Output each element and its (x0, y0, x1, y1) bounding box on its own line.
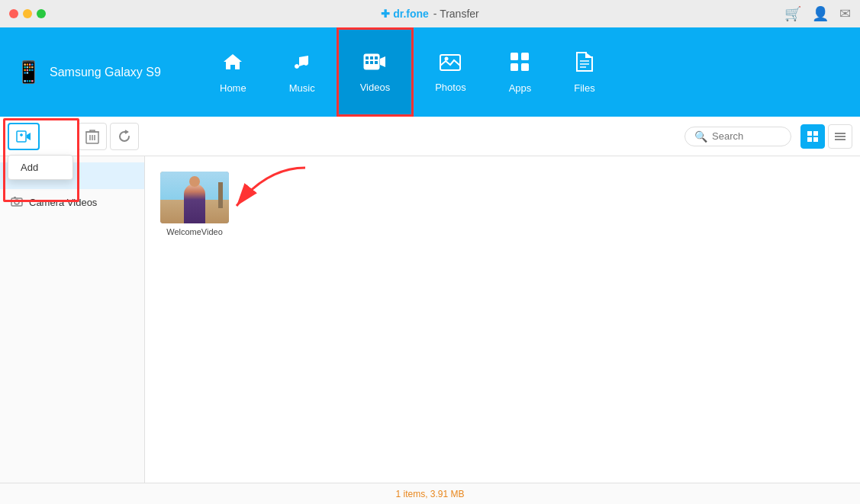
nav-item-files[interactable]: Files (552, 27, 616, 117)
view-toggle (800, 124, 852, 149)
logo: ✚ dr.fone (381, 8, 429, 20)
list-view-button[interactable] (828, 124, 852, 149)
toolbar: Add 🔍 (0, 117, 860, 156)
music-icon (291, 51, 313, 78)
svg-rect-11 (511, 53, 518, 60)
nav-item-music[interactable]: Music (268, 27, 337, 117)
refresh-button[interactable] (110, 123, 139, 150)
svg-rect-29 (813, 137, 818, 142)
status-bar: 1 items, 3.91 MB (0, 483, 860, 504)
home-icon (222, 51, 243, 78)
videos-icon (363, 52, 386, 77)
maximize-button[interactable] (37, 9, 46, 18)
search-box: 🔍 (684, 127, 791, 146)
main-content: Movies Camera Videos (0, 156, 860, 483)
nav-items: Home Music (198, 27, 845, 117)
nav-item-home[interactable]: Home (198, 27, 268, 117)
svg-rect-5 (375, 56, 378, 59)
nav-label-home: Home (220, 82, 246, 94)
close-button[interactable] (9, 9, 18, 18)
photos-icon (440, 52, 461, 77)
title-bar: ✚ dr.fone - Transfer 🛒 👤 ✉ (0, 0, 860, 27)
add-button[interactable] (8, 123, 40, 150)
nav-bar: 📱 Samsung Galaxy S9 Home Music (0, 27, 860, 117)
sidebar-item-camera-videos[interactable]: Camera Videos (0, 189, 144, 216)
status-text: 1 items, 3.91 MB (395, 489, 464, 499)
add-button-container: Add (8, 123, 40, 150)
add-dropdown: Add (8, 155, 73, 180)
svg-rect-6 (366, 61, 369, 64)
svg-rect-3 (366, 56, 369, 59)
device-icon: 📱 (15, 59, 42, 85)
video-name: WelcomeVideo (166, 227, 223, 236)
svg-rect-14 (521, 63, 529, 71)
delete-button[interactable] (78, 123, 107, 150)
device-info: 📱 Samsung Galaxy S9 (15, 59, 168, 85)
svg-rect-43 (14, 197, 16, 198)
svg-point-42 (14, 200, 19, 204)
add-dropdown-item[interactable]: Add (8, 156, 72, 179)
search-input[interactable] (712, 130, 781, 142)
nav-label-apps: Apps (509, 82, 532, 94)
cart-icon[interactable]: 🛒 (784, 5, 801, 22)
app-subtitle: - Transfer (433, 8, 479, 20)
svg-rect-26 (807, 131, 812, 136)
app-title: ✚ dr.fone - Transfer (381, 8, 478, 20)
sidebar-label-camera-videos: Camera Videos (29, 197, 97, 208)
apps-icon (509, 51, 530, 78)
svg-rect-8 (375, 61, 378, 64)
nav-item-apps[interactable]: Apps (488, 27, 553, 117)
grid-view-button[interactable] (800, 124, 825, 149)
svg-point-10 (445, 56, 449, 60)
nav-label-videos: Videos (360, 82, 391, 93)
nav-label-music: Music (289, 82, 315, 94)
nav-label-photos: Photos (435, 82, 465, 93)
content-area: WelcomeVideo (145, 156, 860, 483)
logo-plus: ✚ (381, 8, 390, 20)
nav-label-files: Files (574, 82, 594, 94)
svg-rect-28 (807, 137, 812, 142)
device-name: Samsung Galaxy S9 (50, 66, 161, 79)
video-grid: WelcomeVideo (160, 172, 845, 236)
title-bar-actions: 🛒 👤 ✉ (784, 5, 851, 22)
svg-rect-27 (813, 131, 818, 136)
logo-drfone: dr.fone (393, 8, 429, 20)
nav-item-videos[interactable]: Videos (337, 27, 414, 117)
svg-rect-12 (521, 53, 529, 60)
svg-rect-7 (370, 61, 373, 64)
user-icon[interactable]: 👤 (812, 5, 829, 22)
traffic-lights (9, 9, 46, 18)
sidebar: Movies Camera Videos (0, 156, 145, 483)
svg-marker-2 (380, 56, 385, 67)
nav-item-photos[interactable]: Photos (414, 27, 487, 117)
minimize-button[interactable] (23, 9, 32, 18)
files-icon (575, 51, 594, 78)
svg-rect-4 (370, 56, 373, 59)
list-item[interactable]: WelcomeVideo (160, 172, 229, 236)
message-icon[interactable]: ✉ (839, 5, 851, 22)
search-icon: 🔍 (694, 130, 707, 143)
camera-icon (11, 196, 23, 209)
svg-rect-13 (511, 63, 518, 71)
video-thumbnail (160, 172, 229, 223)
